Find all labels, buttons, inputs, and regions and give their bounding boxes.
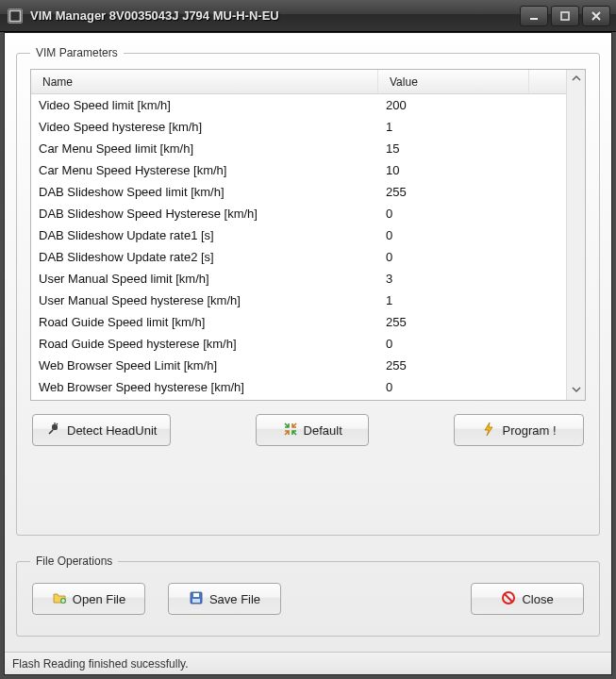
param-name: DAB Slideshow Update rate2 [s] — [31, 250, 378, 264]
param-value: 0 — [378, 207, 529, 221]
param-name: Car Menu Speed limit [km/h] — [31, 141, 378, 156]
param-value: 255 — [378, 315, 529, 329]
scroll-down-icon[interactable] — [572, 385, 581, 396]
listview-body: Video Speed limit [km/h]200Video Speed h… — [31, 94, 566, 400]
window-controls — [520, 6, 610, 26]
arrows-in-icon — [283, 422, 298, 439]
close-button[interactable]: Close — [471, 583, 584, 615]
default-button[interactable]: Default — [256, 414, 369, 446]
table-row[interactable]: Web Browser Speed Limit [km/h]255 — [31, 355, 566, 376]
table-row[interactable]: Web Browser Speed hysterese [km/h]0 — [31, 376, 566, 398]
table-row[interactable]: Road Guide Speed limit [km/h]255 — [31, 311, 566, 333]
param-value: 1 — [378, 120, 529, 134]
param-value: 15 — [378, 141, 529, 156]
column-header-name[interactable]: Name — [31, 70, 378, 93]
svg-rect-4 — [52, 424, 58, 430]
param-name: User Manual Speed limit [km/h] — [31, 272, 378, 286]
param-value: 3 — [378, 272, 529, 286]
svg-rect-8 — [192, 599, 200, 603]
open-file-label: Open File — [73, 592, 125, 606]
vim-parameters-group: VIM Parameters Name — [16, 46, 600, 536]
column-value-label: Value — [390, 75, 418, 89]
param-value: 0 — [378, 250, 529, 264]
table-row[interactable]: DAB Slideshow Update rate2 [s]0 — [31, 246, 566, 268]
svg-rect-2 — [561, 12, 569, 20]
param-value: 200 — [378, 98, 529, 112]
table-row[interactable]: Video Speed limit [km/h]200 — [31, 94, 566, 116]
floppy-disk-icon — [189, 590, 204, 608]
parameters-listview[interactable]: Name Value Video Speed limit [km/h]200Vi… — [30, 69, 586, 401]
detect-button-label: Detect HeadUnit — [67, 423, 157, 438]
param-value: 255 — [378, 358, 529, 373]
table-row[interactable]: Road Guide Speed hysterese [km/h]0 — [31, 333, 566, 355]
program-button-label: Program ! — [502, 423, 556, 438]
table-row[interactable]: Car Menu Speed Hysterese [km/h]10 — [31, 159, 566, 181]
plug-icon — [46, 422, 61, 439]
param-name: Video Speed limit [km/h] — [31, 98, 378, 112]
file-operations-legend: File Operations — [30, 555, 118, 568]
param-name: Web Browser Speed Limit [km/h] — [31, 358, 378, 373]
param-name: User Manual Speed hysterese [km/h] — [31, 293, 378, 307]
scroll-up-icon[interactable] — [572, 74, 581, 85]
table-row[interactable]: DAB Slideshow Speed limit [km/h]255 — [31, 181, 566, 203]
listview-header: Name Value — [31, 70, 566, 94]
param-value: 0 — [378, 337, 529, 351]
param-name: Web Browser Speed hysterese [km/h] — [31, 380, 378, 394]
app-icon — [8, 8, 23, 24]
save-file-button[interactable]: Save File — [168, 583, 281, 615]
close-button-label: Close — [522, 592, 553, 606]
table-row[interactable]: User Manual Speed limit [km/h]3 — [31, 268, 566, 290]
table-row[interactable]: DAB Slideshow Speed Hysterese [km/h]0 — [31, 203, 566, 224]
table-row[interactable]: Car Menu Speed limit [km/h]15 — [31, 138, 566, 159]
save-file-label: Save File — [209, 592, 260, 606]
param-value: 1 — [378, 293, 529, 307]
param-value: 0 — [378, 380, 529, 394]
param-value: 255 — [378, 185, 529, 199]
param-value: 10 — [378, 163, 529, 177]
folder-open-icon — [52, 590, 67, 608]
window-title: VIM Manager 8V0035043J J794 MU-H-N-EU — [30, 8, 512, 23]
column-header-value[interactable]: Value — [378, 70, 529, 93]
svg-rect-7 — [193, 593, 199, 597]
table-row[interactable]: User Manual Speed hysterese [km/h]1 — [31, 290, 566, 311]
param-value: 0 — [378, 228, 529, 242]
vim-parameters-legend: VIM Parameters — [30, 46, 124, 59]
default-button-label: Default — [304, 423, 342, 438]
table-row[interactable]: DAB Slideshow Update rate1 [s]0 — [31, 224, 566, 246]
svg-rect-0 — [9, 10, 20, 21]
param-name: Car Menu Speed Hysterese [km/h] — [31, 163, 378, 177]
status-bar: Flash Reading finished sucessfully. — [5, 652, 611, 674]
file-operations-group: File Operations Open File Save File — [16, 555, 600, 637]
window-titlebar: VIM Manager 8V0035043J J794 MU-H-N-EU — [0, 0, 616, 32]
param-name: Video Speed hysterese [km/h] — [31, 120, 378, 134]
param-name: DAB Slideshow Update rate1 [s] — [31, 228, 378, 242]
column-name-label: Name — [42, 75, 73, 89]
svg-rect-1 — [530, 18, 538, 20]
param-name: DAB Slideshow Speed Hysterese [km/h] — [31, 207, 378, 221]
lightning-icon — [481, 422, 496, 439]
listview-scrollbar[interactable] — [566, 70, 585, 400]
status-text: Flash Reading finished sucessfully. — [12, 657, 189, 671]
maximize-button[interactable] — [551, 6, 579, 26]
detect-headunit-button[interactable]: Detect HeadUnit — [32, 414, 171, 446]
client-area: VIM Parameters Name — [4, 32, 612, 675]
minimize-button[interactable] — [520, 6, 548, 26]
param-name: Road Guide Speed hysterese [km/h] — [31, 337, 378, 351]
param-name: DAB Slideshow Speed limit [km/h] — [31, 185, 378, 199]
close-window-button[interactable] — [582, 6, 610, 26]
param-name: Road Guide Speed limit [km/h] — [31, 315, 378, 329]
program-button[interactable]: Program ! — [454, 414, 584, 446]
no-entry-icon — [501, 590, 516, 608]
table-row[interactable]: Video Speed hysterese [km/h]1 — [31, 116, 566, 138]
open-file-button[interactable]: Open File — [32, 583, 145, 615]
